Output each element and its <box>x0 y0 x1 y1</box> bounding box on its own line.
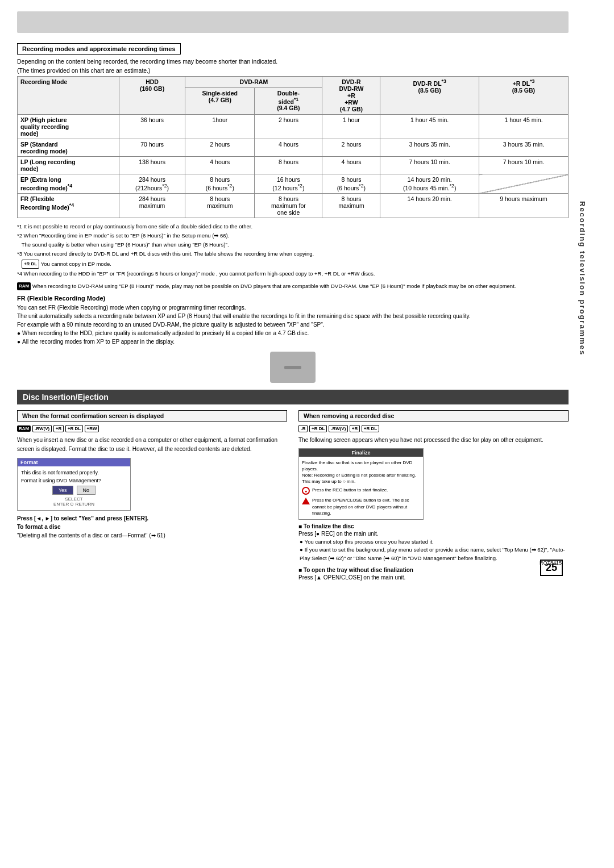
ram-badge: RAM <box>17 282 31 290</box>
dialog-body: This disc is not formatted properly. For… <box>18 466 130 510</box>
fr-para-1: You can set FR (Flexible Recording) mode… <box>17 303 569 312</box>
page-number: 25 <box>540 560 563 576</box>
row-lp-mode: LP (Long recordingmode) <box>18 157 119 174</box>
row-fr-dvdrdl: 14 hours 20 min. <box>380 193 479 218</box>
right-badges: -R +R DL -RW(V) +R +R DL <box>298 425 569 432</box>
rec-icon: ● <box>302 487 310 495</box>
finalize-row2: Press the OPEN/CLOSE button to exit. The… <box>302 497 420 516</box>
col-plusr-dl: +R DL*3(8.5 GB) <box>479 77 569 115</box>
footnote-1: *1 It is not possible to record or play … <box>17 223 569 231</box>
row-sp-hdd: 70 hours <box>119 139 185 157</box>
dialog-yes-button[interactable]: Yes <box>52 486 73 495</box>
finalize-body1: Finalize the disc so that is can be play… <box>302 460 420 472</box>
row-ep-dvdr: 8 hours(6 hours*2) <box>322 174 380 194</box>
footnote-2b: The sound quality is better when using "… <box>17 241 569 249</box>
row-fr-mode: FR (FlexibleRecording Mode)*4 <box>18 193 119 218</box>
right-col-title: When removing a recorded disc <box>298 410 569 422</box>
finalize-section-title: ■ To finalize the disc <box>298 523 569 529</box>
row-sp-single: 2 hours <box>185 139 255 157</box>
row-xp-hdd: 36 hours <box>119 115 185 139</box>
open-close-icon <box>302 498 310 504</box>
row-ep-single: 8 hours(6 hours*2) <box>185 174 255 194</box>
r-badge: -R <box>298 425 308 432</box>
row-ep-hdd: 284 hours(212hours*2) <box>119 174 185 194</box>
plusrdl-badge-r: +R DL <box>362 425 379 432</box>
left-badges: RAM -RW(V) +R +R DL +RW <box>17 425 287 432</box>
plusrw-badge: +RW <box>85 425 99 432</box>
finalize-row1: ● Press the REC button to start finalize… <box>302 487 420 495</box>
col-dvdr-dl: DVD-R DL*3(8.5 GB) <box>380 77 479 115</box>
ram-note: RAM When recording to DVD-RAM using "EP … <box>17 282 569 290</box>
row-sp-dvdrdl: 3 hours 35 min. <box>380 139 479 157</box>
row-ep-dvdrdl: 14 hours 20 min.(10 hours 45 min.*2) <box>380 174 479 194</box>
dialog-body1: This disc is not formatted properly. <box>21 470 127 475</box>
row-sp-mode: SP (Standardrecording mode) <box>18 139 119 157</box>
plusrdl-badge: +R DL <box>22 260 39 269</box>
plusrdl-badge-left: +R DL <box>65 425 83 432</box>
fr-bullet-1: When recording to the HDD, picture quali… <box>17 329 569 337</box>
col-dvd-ram-header: DVD-RAM <box>185 77 322 88</box>
rwv-badge: -RW(V) <box>32 425 52 432</box>
dialog-body2: Format it using DVD Management? <box>21 478 127 483</box>
row-lp-plusrdl: 7 hours 10 min. <box>479 157 569 174</box>
recording-table: Recording Mode HDD(160 GB) DVD-RAM DVD-R… <box>17 76 569 218</box>
finalize-row1-text: Press the REC button to start finalize. <box>312 487 388 493</box>
table-row: LP (Long recordingmode) 138 hours 4 hour… <box>18 157 569 174</box>
finalize-row2-text: Press the OPEN/CLOSE button to exit. The… <box>312 497 420 516</box>
side-text: Recording television programmes <box>578 201 587 356</box>
finalize-body: Finalize the disc so that is can be play… <box>299 457 423 519</box>
recorder-device <box>270 352 316 383</box>
row-xp-mode: XP (High picturequality recordingmode) <box>18 115 119 139</box>
row-ep-plusrdl <box>479 174 569 194</box>
left-col-text: When you insert a new disc or a disc rec… <box>17 436 287 453</box>
footnote-2a: *2 When "Recording time in EP mode" is s… <box>17 232 569 240</box>
finalize-bullets: You cannot stop this process once you ha… <box>300 538 569 562</box>
fr-section: FR (Flexible Recording Mode) You can set… <box>17 295 569 346</box>
disc-left-col: When the format confirmation screen is d… <box>17 410 287 582</box>
press-enter-text: Press [◄, ►] to select "Yes" and press [… <box>17 515 287 521</box>
row-xp-plusrdl: 1 hour 45 min. <box>479 115 569 139</box>
disc-section-header: Disc Insertion/Ejection <box>17 390 569 404</box>
header-bar <box>17 11 569 33</box>
row-xp-dvdrdl: 1 hour 45 min. <box>380 115 479 139</box>
row-lp-dvdrdl: 7 hours 10 min. <box>380 157 479 174</box>
finalize-dialog: Finalize Finalize the disc so that is ca… <box>298 448 424 520</box>
footnote-4: *4 When recording to the HDD in "EP" or … <box>17 270 569 278</box>
format-disc-label: To format a disc <box>17 524 287 530</box>
side-text-container: Recording television programmes <box>578 80 587 477</box>
row-lp-dvdr: 4 hours <box>322 157 380 174</box>
row-lp-double: 8 hours <box>255 157 322 174</box>
left-col-title: When the format confirmation screen is d… <box>17 410 287 422</box>
row-fr-plusrdl: 9 hours maximum <box>479 193 569 218</box>
finalize-title: Finalize <box>299 449 423 457</box>
table-row: EP (Extra longrecording mode)*4 284 hour… <box>18 174 569 194</box>
intro-line1: Depending on the content being recorded,… <box>17 58 569 65</box>
right-col-text: The following screen appears when you ha… <box>298 436 569 445</box>
row-fr-single: 8 hoursmaximum <box>185 193 255 218</box>
row-sp-double: 4 hours <box>255 139 322 157</box>
col-recording-mode: Recording Mode <box>18 77 119 115</box>
dialog-nav: SELECTENTER ⊙ RETURN <box>21 496 127 507</box>
row-fr-dvdr: 8 hoursmaximum <box>322 193 380 218</box>
recorder-image <box>17 352 569 384</box>
row-fr-hdd: 284 hoursmaximum <box>119 193 185 218</box>
col-hdd: HDD(160 GB) <box>119 77 185 115</box>
intro-line2: (The times provided on this chart are an… <box>17 67 569 74</box>
row-ep-mode: EP (Extra longrecording mode)*4 <box>18 174 119 194</box>
format-dialog: Format This disc is not formatted proper… <box>17 458 131 511</box>
table-row: XP (High picturequality recordingmode) 3… <box>18 115 569 139</box>
plusr-badge: +R <box>53 425 64 432</box>
disc-two-col: When the format confirmation screen is d… <box>17 410 569 582</box>
row-ep-double: 16 hours(12 hours*2) <box>255 174 322 194</box>
col-double-sided: Double-sided*1(9.4 GB) <box>255 87 322 114</box>
disc-right-col: When removing a recorded disc -R +R DL -… <box>298 410 569 582</box>
dialog-no-button[interactable]: No <box>77 486 96 495</box>
rwv-badge-r: -RW(V) <box>329 425 349 432</box>
row-lp-hdd: 138 hours <box>119 157 185 174</box>
finalize-body2: Note: Recording or Editing is not possib… <box>302 472 420 485</box>
r-badge2: +R DL <box>309 425 327 432</box>
finalize-bullet-2: If you want to set the background, play … <box>300 546 569 562</box>
row-sp-dvdr: 2 hours <box>322 139 380 157</box>
row-xp-single: 1hour <box>185 115 255 139</box>
finalize-bullet-1: You cannot stop this process once you ha… <box>300 538 569 546</box>
